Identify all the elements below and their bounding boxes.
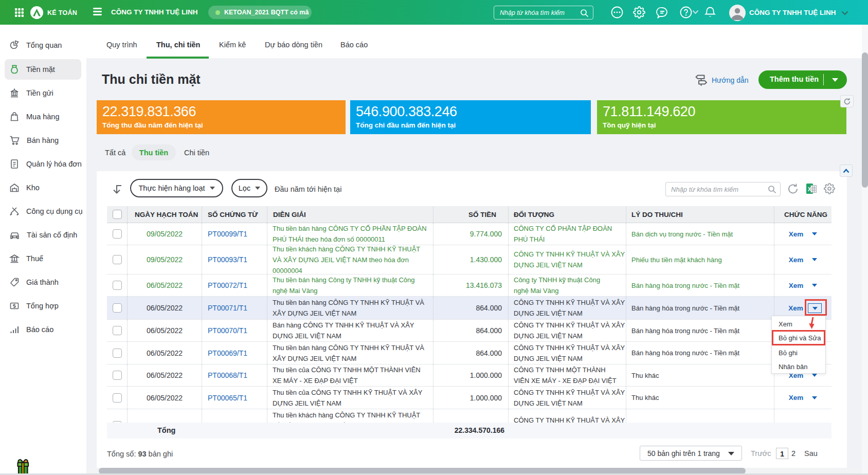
svg-text:X: X <box>808 186 812 192</box>
